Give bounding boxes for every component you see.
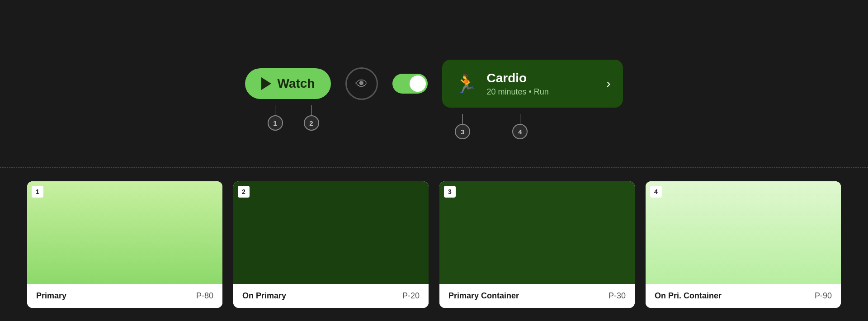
card-number-3: 3 [444,186,456,198]
color-swatches-section: 1PrimaryP-802On PrimaryP-203Primary Cont… [0,168,868,321]
cardio-title: Cardio [486,71,597,86]
color-card-4: 4On Pri. ContainerP-90 [646,181,841,308]
chevron-right-icon: › [606,76,610,91]
color-card-1: 1PrimaryP-80 [27,181,222,308]
run-icon: 🏃 [455,73,477,94]
color-swatch-3 [439,181,635,284]
annotation-4: 4 [512,114,528,139]
color-card-2: 2On PrimaryP-20 [233,181,429,308]
color-swatch-1 [27,181,222,284]
ann-circle-3: 3 [455,124,470,139]
card-number-2: 2 [238,186,250,198]
toggle-knob [410,76,426,92]
cardio-info: Cardio 20 minutes • Run [486,71,597,97]
annotation-3: 3 [455,114,470,139]
eye-button[interactable]: 👁 [345,67,378,100]
color-label-row-3: Primary ContainerP-30 [439,284,635,308]
color-label-row-4: On Pri. ContainerP-90 [646,284,841,308]
color-code-2: P-20 [402,291,420,301]
play-icon [261,77,271,90]
color-name-1: Primary [36,291,66,301]
watch-label: Watch [278,76,315,91]
color-swatch-4 [646,181,841,284]
ann-circle-2: 2 [304,115,319,131]
color-swatch-2 [233,181,429,284]
eye-icon: 👁 [355,76,368,91]
card-number-1: 1 [32,186,43,198]
ann-circle-4: 4 [512,124,528,139]
ann-line-4 [520,114,520,124]
color-card-3: 3Primary ContainerP-30 [439,181,635,308]
color-label-row-2: On PrimaryP-20 [233,284,429,308]
ann-line-1 [275,105,275,115]
annotation-1: 1 [268,105,283,131]
top-section: Watch 1 2 👁 🏃 Cardio 20 minutes • Run › [0,0,868,167]
color-code-3: P-30 [609,291,626,301]
annotation-2: 2 [304,105,319,131]
cardio-card[interactable]: 🏃 Cardio 20 minutes • Run › [442,60,623,108]
toggle-switch[interactable] [392,74,428,94]
watch-button[interactable]: Watch [245,68,331,99]
color-code-1: P-80 [196,291,213,301]
color-name-3: Primary Container [448,291,519,301]
ann-circle-1: 1 [268,115,283,131]
color-label-row-1: PrimaryP-80 [27,284,222,308]
cardio-subtitle: 20 minutes • Run [486,87,597,97]
ann-line-3 [462,114,463,124]
watch-button-wrap: Watch 1 2 [245,68,331,99]
color-name-2: On Primary [242,291,286,301]
card-number-4: 4 [650,186,662,198]
ann-line-2 [311,105,311,115]
color-name-4: On Pri. Container [655,291,722,301]
cardio-card-wrap: 🏃 Cardio 20 minutes • Run › 3 4 [442,60,623,108]
color-code-4: P-90 [815,291,832,301]
